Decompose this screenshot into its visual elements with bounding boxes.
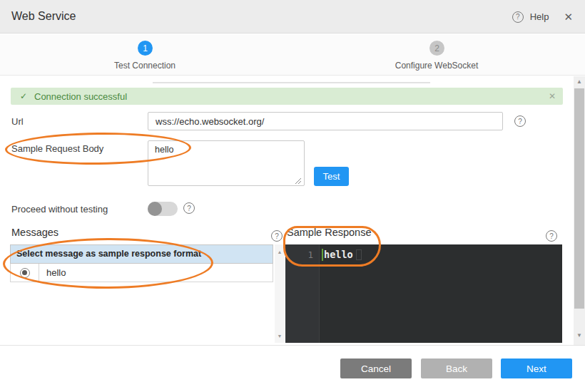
sample-request-body-label: Sample Request Body (11, 143, 103, 154)
message-radio-cell (11, 264, 39, 282)
table-row[interactable]: hello (10, 264, 273, 282)
messages-table: Select message as sample response format… (10, 244, 273, 282)
toggle-knob (148, 202, 162, 216)
proceed-help-icon[interactable]: ? (183, 202, 195, 214)
check-icon: ✓ (20, 91, 27, 101)
title-bar: Web Service ? Help ✕ (0, 0, 585, 33)
editor-cursor-ghost (356, 249, 362, 260)
content-scrollbar[interactable]: ▲ ▼ (574, 76, 585, 345)
proceed-toggle[interactable] (148, 202, 178, 216)
proceed-without-testing-label: Proceed without testing (11, 204, 108, 215)
sample-response-help-icon[interactable]: ? (546, 230, 557, 242)
url-label: Url (11, 116, 24, 127)
cancel-button[interactable]: Cancel (340, 359, 412, 378)
wizard-stepper (0, 34, 585, 76)
messages-section-label: Messages (11, 227, 58, 238)
content-scrollbar-thumb[interactable] (574, 88, 584, 309)
radio-selected-icon[interactable] (20, 268, 30, 278)
step-1-label: Test Connection (114, 61, 176, 71)
messages-scrollbar[interactable]: ▲ ▼ (275, 244, 285, 343)
editor-caret (322, 249, 323, 261)
web-service-dialog: Web Service ? Help ✕ 1 Test Connection 2… (0, 0, 585, 392)
footer-divider (0, 345, 585, 346)
close-icon[interactable]: ✕ (564, 11, 573, 24)
dialog-title: Web Service (11, 10, 76, 23)
sample-response-editor[interactable]: 1 hello (285, 244, 562, 343)
next-button[interactable]: Next (501, 359, 572, 378)
banner-close-icon[interactable]: ✕ (549, 91, 556, 101)
success-banner-text: Connection successful (34, 91, 127, 102)
url-help-icon[interactable]: ? (514, 115, 526, 127)
back-button[interactable]: Back (421, 359, 492, 378)
content-scroll-down-icon[interactable]: ▼ (574, 331, 585, 340)
sample-request-body-textarea[interactable]: hello (148, 140, 305, 186)
step-2-circle[interactable]: 2 (429, 41, 444, 56)
stepper-connector (153, 82, 430, 83)
step-1-circle[interactable]: 1 (138, 41, 153, 56)
help-icon[interactable]: ? (512, 11, 524, 23)
step-2-label: Configure WebSocket (395, 61, 479, 71)
help-link[interactable]: Help (530, 11, 549, 22)
messages-help-icon[interactable]: ? (271, 230, 283, 242)
editor-gutter: 1 (285, 244, 320, 343)
scroll-up-icon[interactable]: ▲ (275, 249, 285, 256)
message-value: hello (39, 267, 66, 278)
success-banner: ✓ Connection successful ✕ (11, 88, 563, 105)
title-bar-actions: ? Help ✕ (512, 0, 573, 33)
test-button[interactable]: Test (314, 167, 349, 186)
radio-dot (22, 270, 27, 275)
sample-response-section-label: Sample Response (287, 227, 372, 238)
content-scroll-up-icon[interactable]: ▲ (574, 78, 585, 86)
url-input[interactable] (148, 112, 503, 130)
messages-table-header: Select message as sample response format (10, 244, 273, 264)
textarea-resize-handle-icon[interactable] (294, 177, 302, 185)
editor-code-line: hello (324, 249, 353, 260)
scroll-down-icon[interactable]: ▼ (275, 333, 285, 340)
line-number: 1 (307, 249, 313, 260)
